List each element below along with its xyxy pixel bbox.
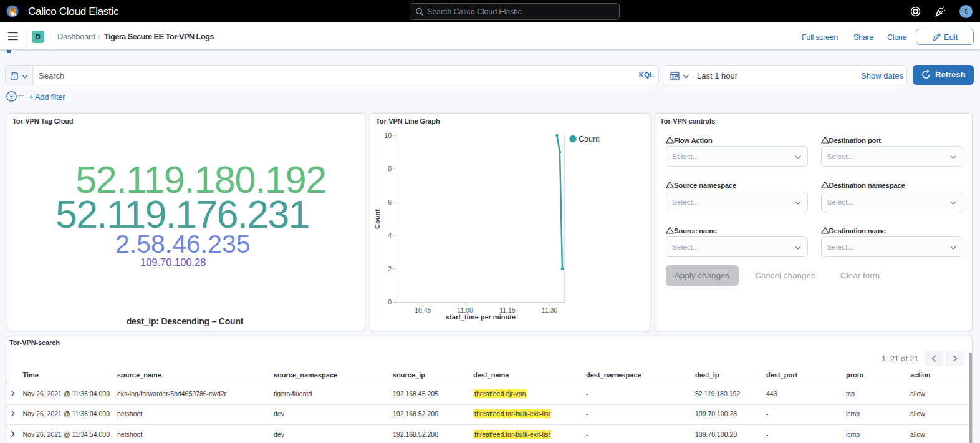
svg-text:Count: Count <box>579 135 600 144</box>
svg-text:8: 8 <box>388 165 392 172</box>
svg-text:2: 2 <box>388 265 392 273</box>
svg-text:start_time per minute: start_time per minute <box>446 313 516 321</box>
svg-text:10: 10 <box>384 132 392 139</box>
svg-text:10:45: 10:45 <box>415 306 431 314</box>
svg-text:4: 4 <box>388 231 392 239</box>
svg-text:11:30: 11:30 <box>542 306 558 314</box>
svg-text:Count: Count <box>373 209 381 229</box>
svg-text:0: 0 <box>388 298 392 306</box>
svg-text:6: 6 <box>388 198 392 206</box>
